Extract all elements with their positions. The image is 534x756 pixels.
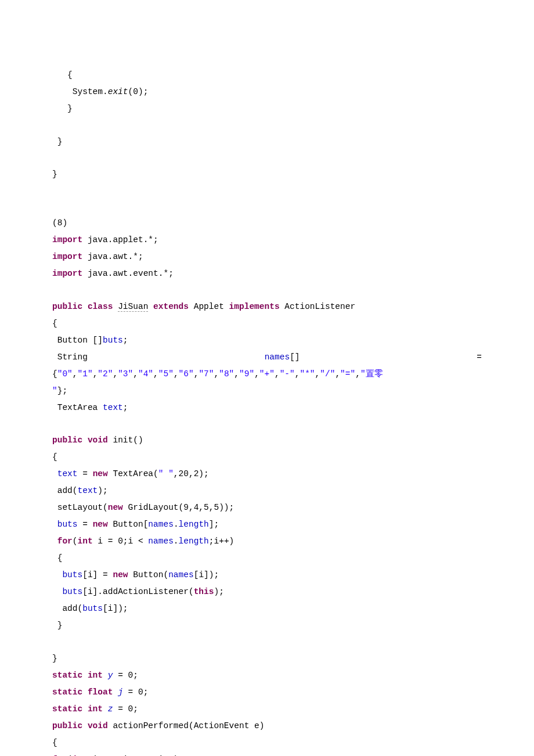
string-array: {"0","1","2","3","4","5","6","7","8","9"… xyxy=(52,366,482,383)
section-marker: (8) xyxy=(52,215,482,232)
static-field: static int y = 0; xyxy=(52,667,482,684)
code-line: add(text); xyxy=(52,483,482,499)
import-line: import java.awt.*; xyxy=(52,249,482,265)
code-line: { xyxy=(52,550,482,567)
blank-line xyxy=(52,199,482,215)
code-line: add(buts[i]); xyxy=(52,600,482,617)
static-field: static float j = 0; xyxy=(52,684,482,701)
code-line: } xyxy=(52,650,482,667)
code-line: } xyxy=(52,166,482,183)
code-line: { xyxy=(52,735,482,751)
blank-line xyxy=(52,416,482,433)
field-declaration: TextArea text; xyxy=(52,399,482,416)
code-document: { System.exit(0); } } } (8) import java.… xyxy=(0,0,534,756)
import-line: import java.applet.*; xyxy=(52,232,482,249)
blank-line xyxy=(52,634,482,650)
code-line: } xyxy=(52,100,482,117)
field-declaration: Button []buts; xyxy=(52,332,482,349)
code-line: System.exit(0); xyxy=(52,84,482,100)
code-line: "}; xyxy=(52,383,482,399)
code-line: { xyxy=(52,315,482,332)
code-line: for(int i = 0;i < names.length;i++) xyxy=(52,533,482,550)
code-line: buts[i] = new Button(names[i]); xyxy=(52,567,482,584)
static-field: static int z = 0; xyxy=(52,701,482,718)
blank-line xyxy=(52,183,482,199)
code-line: { xyxy=(52,67,482,84)
code-line: buts = new Button[names.length]; xyxy=(52,516,482,533)
code-line: } xyxy=(52,617,482,634)
code-line: { xyxy=(52,449,482,466)
method-signature: public void init() xyxy=(52,432,482,449)
import-line: import java.awt.event.*; xyxy=(52,265,482,282)
code-line: } xyxy=(52,134,482,150)
code-line: setLayout(new GridLayout(9,4,5,5)); xyxy=(52,499,482,516)
method-signature: public void actionPerformed(ActionEvent … xyxy=(52,718,482,735)
field-declaration: String names[] = xyxy=(52,349,482,366)
class-declaration: public class JiSuan extends Applet imple… xyxy=(52,298,482,315)
code-line: buts[i].addActionListener(this); xyxy=(52,584,482,600)
code-line: for(int i = 0;i < 10;i++) xyxy=(52,751,482,756)
blank-line xyxy=(52,282,482,298)
blank-line xyxy=(52,150,482,167)
code-line: text = new TextArea(" ",20,2); xyxy=(52,466,482,483)
blank-line xyxy=(52,117,482,134)
